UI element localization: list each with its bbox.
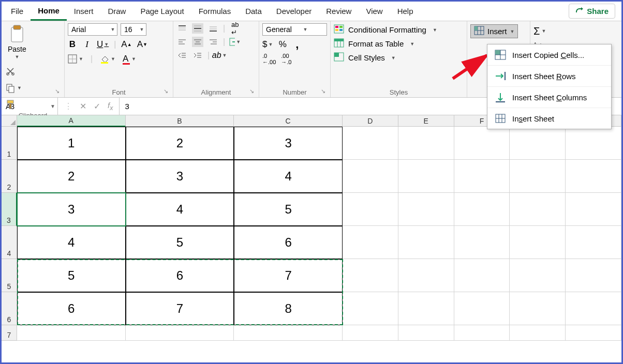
accounting-button[interactable]: $▼ [262, 39, 273, 50]
cell[interactable] [454, 259, 510, 292]
tab-developer[interactable]: Developer [269, 3, 319, 20]
insert-sheet-item[interactable]: Insert Sheet [487, 108, 611, 129]
row-header-4[interactable]: 4 [2, 226, 17, 259]
cell-styles-button[interactable]: Cell Styles ▼ [334, 52, 464, 63]
cell[interactable] [398, 259, 454, 292]
cell[interactable] [454, 325, 510, 341]
align-center-button[interactable] [192, 37, 203, 47]
cell[interactable] [398, 226, 454, 259]
cell[interactable] [398, 325, 454, 341]
fx-icon[interactable]: fx [108, 101, 113, 112]
cell[interactable] [566, 127, 621, 160]
align-top-button[interactable] [176, 23, 188, 34]
cell[interactable] [510, 193, 566, 226]
cell[interactable]: 7 [234, 259, 343, 292]
cancel-formula-button[interactable]: ✕ [80, 101, 86, 111]
cell[interactable]: 6 [126, 259, 234, 292]
align-right-button[interactable] [207, 37, 219, 47]
fill-color-button[interactable]: ▼ [100, 53, 115, 65]
cell[interactable] [510, 226, 566, 259]
font-size-combo[interactable]: ▼ [121, 23, 146, 36]
cell[interactable] [343, 325, 398, 341]
cell[interactable] [566, 325, 621, 341]
tab-file[interactable]: File [4, 3, 31, 20]
format-as-table-button[interactable]: Format as Table ▼ [334, 38, 464, 49]
cell[interactable] [234, 325, 343, 341]
dialog-launcher-icon[interactable]: ↘ [55, 88, 62, 95]
tab-insert[interactable]: Insert [67, 3, 101, 20]
autosum-button[interactable]: Σ▼ [533, 25, 546, 37]
cell[interactable] [454, 127, 510, 160]
comma-button[interactable]: , [292, 39, 302, 50]
cell[interactable] [566, 292, 621, 325]
tab-data[interactable]: Data [238, 3, 269, 20]
cell[interactable]: 3 [126, 160, 234, 193]
row-header-6[interactable]: 6 [2, 292, 17, 325]
cell[interactable] [510, 325, 566, 341]
cell[interactable]: 5 [234, 193, 343, 226]
cell[interactable]: 3 [234, 127, 343, 160]
cell[interactable] [454, 292, 510, 325]
cell[interactable] [566, 193, 621, 226]
borders-button[interactable]: ▼ [68, 53, 83, 65]
underline-button[interactable]: U▼ [97, 39, 109, 50]
cell[interactable] [398, 160, 454, 193]
column-header-e[interactable]: E [398, 115, 454, 127]
chevron-down-icon[interactable]: ▼ [109, 27, 117, 32]
cell[interactable] [510, 259, 566, 292]
cell[interactable]: 5 [126, 226, 234, 259]
tab-help[interactable]: Help [390, 3, 421, 20]
cell[interactable]: 7 [126, 292, 234, 325]
tab-draw[interactable]: Draw [100, 3, 133, 20]
copy-button[interactable]: ▼ [5, 82, 22, 94]
column-header-b[interactable]: B [126, 115, 234, 127]
tab-formulas[interactable]: Formulas [191, 3, 239, 20]
cell[interactable] [343, 127, 398, 160]
font-color-button[interactable]: A ▼ [123, 53, 136, 65]
dialog-launcher-icon[interactable]: ↘ [164, 88, 171, 95]
column-header-a[interactable]: A [17, 115, 126, 127]
insert-sheet-columns-item[interactable]: Insert Sheet Columns [487, 87, 611, 108]
cell[interactable] [454, 193, 510, 226]
cell[interactable] [398, 127, 454, 160]
cell[interactable]: 6 [234, 226, 343, 259]
align-bottom-button[interactable] [207, 23, 219, 34]
tab-page-layout[interactable]: Page Layout [133, 3, 191, 20]
bold-button[interactable]: B [68, 39, 77, 50]
cell[interactable]: 4 [126, 193, 234, 226]
cell[interactable] [510, 127, 566, 160]
cell[interactable] [566, 226, 621, 259]
cell[interactable]: 8 [234, 292, 343, 325]
increase-decimal-button[interactable]: .0←.00 [262, 53, 276, 65]
font-name-combo[interactable]: ▼ [68, 23, 117, 36]
cell[interactable] [343, 160, 398, 193]
insert-sheet-rows-item[interactable]: Insert Sheet Rows [487, 66, 611, 87]
cell[interactable] [454, 226, 510, 259]
align-left-button[interactable] [176, 37, 188, 47]
cell[interactable] [454, 160, 510, 193]
increase-font-button[interactable]: A▲ [121, 39, 131, 50]
decrease-font-button[interactable]: A▼ [137, 39, 147, 50]
decrease-decimal-button[interactable]: .00→.0 [281, 53, 291, 65]
cell[interactable] [398, 193, 454, 226]
insert-copied-cells-item[interactable]: Insert Copied Cells... [487, 44, 611, 66]
tab-view[interactable]: View [359, 3, 390, 20]
cut-button[interactable] [5, 66, 16, 77]
chevron-down-icon[interactable]: ▼ [138, 27, 146, 32]
cell[interactable]: 4 [234, 160, 343, 193]
number-format-combo[interactable]: ▼ [262, 23, 327, 36]
cell[interactable]: 1 [17, 127, 126, 160]
percent-button[interactable]: % [278, 39, 287, 50]
column-header-c[interactable]: C [234, 115, 343, 127]
share-button[interactable]: Share [569, 4, 615, 19]
column-header-d[interactable]: D [343, 115, 398, 127]
font-size-input[interactable] [121, 25, 138, 34]
cell[interactable]: 4 [17, 226, 126, 259]
tab-home[interactable]: Home [31, 2, 67, 21]
italic-button[interactable]: I [82, 39, 92, 50]
merge-center-button[interactable]: ▼ [229, 37, 241, 47]
font-name-input[interactable] [68, 25, 109, 34]
cell[interactable]: 2 [17, 160, 126, 193]
format-painter-button[interactable] [5, 99, 16, 110]
orientation-button[interactable]: ab▼ [214, 50, 225, 60]
